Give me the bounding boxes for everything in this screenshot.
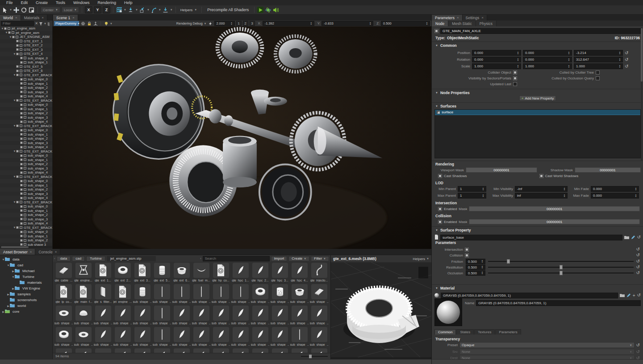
asset-tile-sub-shape[interactable]: sub_shape_...	[113, 306, 132, 327]
tree-node-sub-shape-0[interactable]: sub_shape_0	[0, 204, 52, 209]
node-enabled-checkbox[interactable]	[20, 218, 23, 220]
asset-tile-gte-main-f[interactable]: gte_main_f...	[74, 284, 93, 305]
node-enabled-checkbox[interactable]	[20, 163, 23, 165]
asset-tile-sub-shape[interactable]	[54, 348, 73, 353]
node-enabled-checkbox[interactable]	[20, 112, 23, 115]
asset-tile-gte-hpc-2[interactable]: gte_hpc_2...	[251, 263, 270, 284]
node-enabled-checkbox[interactable]	[20, 82, 23, 85]
left-splitter[interactable]	[52, 15, 53, 249]
tree-node-gte-ext-bracket[interactable]: ▼GTE_EXT_BRACKET	[0, 175, 52, 179]
min-visibility-field[interactable]: -inf	[515, 186, 568, 192]
axis-y-button[interactable]: Y	[94, 6, 101, 13]
breadcrumb-forward-icon[interactable]: ›	[200, 256, 201, 261]
material-tab-states[interactable]: States	[456, 329, 474, 335]
tree-node-jet-engine-asm[interactable]: ▼jet_engine_asm	[0, 26, 52, 31]
surface-checkbox[interactable]	[437, 111, 440, 114]
node-enabled-checkbox[interactable]	[434, 29, 438, 33]
expand-arrow-icon[interactable]: ▶	[7, 293, 10, 296]
expand-arrow-icon[interactable]: ▶	[2, 310, 5, 313]
node-enabled-checkbox[interactable]	[20, 188, 23, 191]
material-tab-common[interactable]: Common	[434, 329, 456, 335]
tree-node-sub-shape-1[interactable]: sub_shape_1	[0, 132, 52, 137]
expand-arrow-icon[interactable]: ▼	[13, 124, 16, 127]
preset-reset-icon[interactable]: ↺	[636, 343, 640, 347]
tree-node-sub-shape-0[interactable]: sub_shape_0	[0, 128, 52, 132]
tab-materials[interactable]: Materials×	[21, 15, 47, 21]
tree-node-sub-shape-2[interactable]: sub_shape_2	[0, 136, 52, 141]
filter-button[interactable]: Filter▼	[311, 256, 329, 261]
tree-node-sub-shape-4[interactable]: sub_shape_4	[0, 170, 52, 175]
tree-node-sub-shape-2[interactable]: sub_shape_2	[0, 86, 52, 90]
asset-tile-sub-shape[interactable]: sub_shape_...	[172, 284, 191, 305]
material-reset-icon[interactable]: ↺	[637, 293, 641, 298]
clear-filter-icon[interactable]: ✕	[35, 21, 38, 25]
expand-arrow-icon[interactable]: ▼	[13, 201, 16, 203]
asset-tile-sub-shape[interactable]: sub_shape_...	[74, 327, 93, 348]
menu-create[interactable]: Create	[32, 0, 51, 5]
node-enabled-checkbox[interactable]	[16, 226, 19, 229]
gizmo-axes-icon[interactable]	[93, 21, 98, 26]
friction-field[interactable]: 0.500	[466, 259, 485, 264]
precompile-shaders-button[interactable]: Precompile All Shaders	[205, 8, 251, 12]
node-enabled-checkbox[interactable]	[16, 150, 19, 153]
node-enabled-checkbox[interactable]	[20, 171, 23, 174]
menu-help[interactable]: Help	[121, 0, 136, 5]
collision-mask-field[interactable]: 00000001	[469, 219, 640, 224]
tree-node-gte-ext-6[interactable]: GTE_EXT_6	[0, 69, 52, 73]
transparency-preset-select[interactable]: Opaque▼	[459, 342, 635, 348]
tree-node-sub-shape-2[interactable]: sub_shape_2	[0, 238, 52, 243]
folder-turbine[interactable]: ▼Turbine	[0, 274, 52, 280]
tree-node-sub-shape-3[interactable]: sub_shape_3	[0, 116, 52, 120]
tree-node-sub-shape-1[interactable]: sub_shape_1	[0, 158, 52, 162]
asset-tile-gte-hpc-1[interactable]: gte_hpc_1...	[231, 263, 250, 284]
restitution-field[interactable]: 0.500	[466, 265, 485, 270]
menu-tools[interactable]: Tools	[52, 0, 69, 5]
tree-node-sub-shape-4[interactable]: sub_shape_4	[0, 221, 52, 226]
asset-tile-sub-shape[interactable]: sub_shape_...	[133, 284, 152, 305]
drop-dropdown-icon[interactable]: ▼	[170, 8, 173, 11]
node-enabled-checkbox[interactable]	[20, 239, 23, 242]
tree-node-jet-engine-asm[interactable]: ▼jet_engine_asm	[0, 31, 52, 35]
expand-arrow-icon[interactable]: ▼	[2, 258, 5, 261]
asset-tile-sub-shape[interactable]: sub_shape_...	[251, 284, 270, 305]
tree-node-sub-shape-3[interactable]: sub_shape_3	[0, 166, 52, 171]
asset-tile-sub-shape[interactable]: sub_shape_...	[290, 327, 309, 348]
expand-arrow-icon[interactable]: ▼	[13, 74, 16, 76]
x-coord-field[interactable]: -1.392	[263, 21, 314, 26]
cast-world-shadows-checkbox[interactable]	[539, 174, 543, 178]
menu-edit[interactable]: Edit	[17, 0, 32, 5]
asset-tile-sub-shape[interactable]	[93, 348, 113, 353]
select-tool-dropdown-icon[interactable]: ▼	[9, 8, 12, 11]
asset-tile-sub-shape[interactable]: sub_shape_...	[152, 306, 171, 327]
tree-node-sub-shape-1[interactable]: sub_shape_1	[0, 82, 52, 86]
asset-tile-gte-ext-3[interactable]: gte_ext_3...	[133, 263, 152, 284]
breadcrumb-cad[interactable]: cad	[72, 256, 85, 261]
cast-shadows-checkbox[interactable]	[438, 174, 442, 178]
asset-tile-sub-shape[interactable]: sub_shape_...	[192, 306, 211, 327]
tree-node-sub-shape-2[interactable]: sub_shape_2	[0, 162, 52, 166]
tab-settings[interactable]: Settings×	[463, 15, 487, 21]
expand-arrow-icon[interactable]: ▶	[12, 269, 15, 273]
node-enabled-checkbox[interactable]	[20, 209, 23, 212]
asset-tile-sub-shape[interactable]: sub_shape_...	[133, 306, 152, 327]
asset-tile-sub-shape[interactable]: sub_shape_...	[309, 284, 329, 305]
asset-tile-gte-s-filter[interactable]: gte_s_filter...	[93, 284, 113, 305]
subtab-physics[interactable]: Physics	[476, 21, 497, 26]
position-x-field[interactable]: 0.000	[472, 50, 521, 56]
tree-node-sub-shape-3[interactable]: sub_shape_3	[0, 90, 52, 95]
node-enabled-checkbox[interactable]	[12, 36, 15, 38]
asset-tile-sub-shape[interactable]: sub_shape_...	[152, 284, 171, 305]
node-enabled-checkbox[interactable]	[20, 108, 23, 110]
tab-console[interactable]: Console×	[35, 249, 60, 255]
tree-node-sub-shape-3[interactable]: sub shape 3	[0, 243, 52, 246]
materials-sphere-icon[interactable]	[265, 7, 271, 13]
asset-search-input[interactable]: Search	[203, 256, 270, 261]
material-tab-parameters[interactable]: Parameters	[495, 329, 521, 335]
asset-tile-sub-shape[interactable]: sub_shape_...	[290, 306, 309, 327]
tree-node-sub-shape-0[interactable]: sub_shape_0	[0, 56, 52, 61]
occlusion-reset-icon[interactable]: ↺	[636, 271, 640, 275]
material-name-field[interactable]: GRAY85 (0.847059,0.847059,0.847059, 1)	[441, 293, 618, 298]
snap-surface-icon[interactable]	[139, 7, 146, 13]
tree-node-sub-shape-2[interactable]: sub_shape_2	[0, 187, 52, 192]
tree-node-jet-engine-asm[interactable]: ▼JET_ENGINE_ASM	[0, 35, 52, 39]
